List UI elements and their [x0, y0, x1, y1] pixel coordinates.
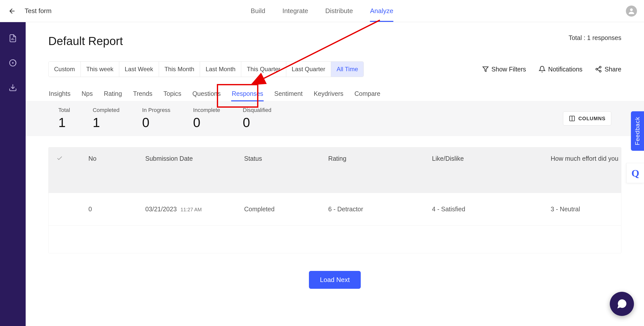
subtab-topics[interactable]: Topics	[163, 87, 182, 101]
share-label: Share	[605, 66, 621, 73]
show-filters-button[interactable]: Show Filters	[482, 66, 526, 73]
pill-this-quarter[interactable]: This Quarter	[241, 62, 286, 77]
stat-incomplete-label: Incomplete	[193, 107, 220, 113]
q-badge-label: Q	[631, 167, 639, 179]
stat-completed-label: Completed	[93, 107, 119, 113]
q-badge[interactable]: Q	[626, 163, 644, 183]
stats-bar: Total 1 Completed 1 In Progress 0 Incomp…	[26, 101, 644, 136]
pill-last-quarter[interactable]: Last Quarter	[286, 62, 331, 77]
subtabs: Insights Nps Rating Trends Topics Questi…	[48, 87, 621, 101]
table-header: No Submission Date Status Rating Like/Di…	[49, 147, 621, 193]
svg-line-13	[597, 70, 599, 71]
stat-disqualified-value: 0	[243, 115, 271, 130]
stat-completed: Completed 1	[93, 107, 119, 130]
stat-inprogress: In Progress 0	[142, 107, 171, 130]
table-spacer	[49, 225, 621, 253]
svg-point-11	[599, 70, 601, 72]
svg-point-6	[12, 62, 14, 64]
stat-total-value: 1	[58, 115, 70, 130]
pill-this-month[interactable]: This Month	[159, 62, 200, 77]
subtab-questions[interactable]: Questions	[192, 87, 221, 101]
stat-total-label: Total	[58, 107, 70, 113]
th-submission-date[interactable]: Submission Date	[145, 155, 244, 162]
time-filter-pills: Custom This week Last Week This Month La…	[48, 61, 364, 77]
topbar: Test form Build Integrate Distribute Ana…	[0, 0, 644, 22]
th-effort[interactable]: How much effort did you	[551, 155, 621, 162]
pill-last-week[interactable]: Last Week	[119, 62, 159, 77]
stat-completed-value: 1	[93, 115, 119, 130]
td-rating: 6 - Detractor	[328, 206, 432, 213]
subtab-insights[interactable]: Insights	[48, 87, 71, 101]
report-title: Default Report	[48, 34, 123, 48]
form-name: Test form	[25, 7, 52, 15]
subtab-sentiment[interactable]: Sentiment	[274, 87, 303, 101]
select-all-checkbox[interactable]	[49, 155, 71, 161]
tab-integrate[interactable]: Integrate	[282, 0, 308, 22]
subtab-trends[interactable]: Trends	[133, 87, 153, 101]
svg-marker-8	[483, 67, 488, 72]
th-no[interactable]: No	[71, 155, 145, 162]
td-status: Completed	[244, 206, 328, 213]
th-rating[interactable]: Rating	[328, 155, 432, 162]
show-filters-label: Show Filters	[492, 66, 526, 73]
td-like: 4 - Satisfied	[432, 206, 551, 213]
table-row[interactable]: 0 03/21/2023 11:27 AM Completed 6 - Detr…	[49, 193, 621, 225]
subtab-nps[interactable]: Nps	[81, 87, 93, 101]
columns-label: COLUMNS	[578, 116, 606, 121]
stat-disqualified-label: Disqualified	[243, 107, 271, 113]
td-no: 0	[71, 206, 145, 213]
subtab-keydrivers[interactable]: Keydrivers	[313, 87, 344, 101]
tab-distribute[interactable]: Distribute	[325, 0, 353, 22]
tab-build[interactable]: Build	[251, 0, 265, 22]
back-arrow[interactable]	[7, 6, 17, 16]
th-status[interactable]: Status	[244, 155, 328, 162]
tab-analyze[interactable]: Analyze	[370, 0, 393, 22]
pill-custom[interactable]: Custom	[49, 62, 81, 77]
pill-all-time[interactable]: All Time	[331, 62, 364, 77]
pill-this-week[interactable]: This week	[81, 62, 119, 77]
stat-incomplete-value: 0	[193, 115, 220, 130]
chat-bubble[interactable]	[610, 292, 634, 316]
top-tabs: Build Integrate Distribute Analyze	[251, 0, 393, 22]
subtab-rating[interactable]: Rating	[103, 87, 123, 101]
svg-point-9	[599, 66, 601, 68]
svg-point-1	[630, 8, 633, 11]
load-next-button[interactable]: Load Next	[309, 271, 361, 289]
responses-table: No Submission Date Status Rating Like/Di…	[48, 147, 621, 253]
feedback-tab[interactable]: Feedback	[631, 111, 644, 151]
td-time-value: 11:27 AM	[181, 207, 202, 212]
td-date-value: 03/21/2023	[145, 206, 177, 213]
td-effort: 3 - Neutral	[551, 206, 621, 213]
share-button[interactable]: Share	[595, 66, 621, 73]
stat-disqualified: Disqualified 0	[243, 107, 271, 130]
svg-point-10	[596, 68, 598, 70]
subtab-compare[interactable]: Compare	[354, 87, 381, 101]
subtab-responses[interactable]: Responses	[231, 87, 264, 101]
main: Default Report Total : 1 responses Custo…	[26, 22, 644, 326]
sidebar-reports-icon[interactable]	[8, 33, 18, 43]
notifications-label: Notifications	[548, 66, 582, 73]
total-responses: Total : 1 responses	[569, 34, 621, 42]
td-date: 03/21/2023 11:27 AM	[145, 206, 244, 213]
th-like-dislike[interactable]: Like/Dislike	[432, 155, 551, 162]
sidebar-download-icon[interactable]	[8, 83, 18, 93]
columns-button[interactable]: COLUMNS	[563, 111, 611, 126]
pill-last-month[interactable]: Last Month	[200, 62, 241, 77]
stat-inprogress-label: In Progress	[142, 107, 171, 113]
stat-total: Total 1	[58, 107, 70, 130]
stat-inprogress-value: 0	[142, 115, 171, 130]
notifications-button[interactable]: Notifications	[539, 66, 582, 73]
stat-incomplete: Incomplete 0	[193, 107, 220, 130]
sidebar	[0, 22, 26, 326]
sidebar-dashboard-icon[interactable]	[8, 58, 18, 68]
avatar[interactable]	[626, 6, 637, 17]
svg-line-12	[597, 68, 599, 69]
